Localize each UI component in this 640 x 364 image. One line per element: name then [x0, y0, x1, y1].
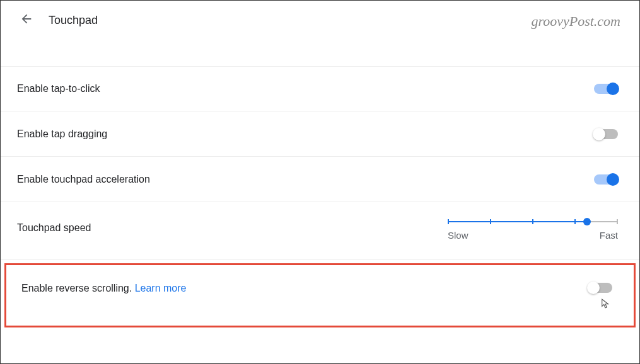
setting-tap-dragging: Enable tap dragging	[1, 111, 639, 157]
back-arrow-icon[interactable]	[20, 12, 49, 28]
setting-label: Enable tap dragging	[17, 128, 107, 140]
touchpad-speed-slider[interactable]: Slow Fast	[448, 215, 618, 241]
settings-list: Enable tap-to-click Enable tap dragging …	[1, 66, 639, 327]
page-title: Touchpad	[49, 14, 98, 27]
learn-more-link[interactable]: Learn more	[135, 283, 187, 293]
header: Touchpad groovyPost.com	[1, 1, 639, 35]
toggle-thumb-icon	[593, 128, 605, 140]
tap-to-click-toggle[interactable]	[594, 84, 618, 94]
slider-thumb-icon[interactable]	[583, 218, 591, 225]
slider-active-track	[448, 221, 587, 222]
slider-labels: Slow Fast	[448, 230, 618, 241]
touchpad-acceleration-toggle[interactable]	[594, 174, 618, 185]
setting-label: Enable touchpad acceleration	[17, 174, 150, 185]
setting-tap-to-click: Enable tap-to-click	[1, 66, 639, 111]
setting-label: Touchpad speed	[17, 222, 91, 234]
setting-reverse-scrolling-highlighted: Enable reverse scrolling. Learn more	[4, 263, 636, 327]
slider-slow-label: Slow	[448, 230, 468, 241]
toggle-thumb-icon	[587, 282, 600, 294]
slider-fast-label: Fast	[600, 230, 618, 241]
watermark: groovyPost.com	[531, 13, 620, 30]
setting-touchpad-acceleration: Enable touchpad acceleration	[1, 157, 639, 202]
toggle-thumb-icon	[607, 82, 619, 95]
setting-label: Enable tap-to-click	[17, 83, 100, 94]
toggle-thumb-icon	[607, 173, 619, 186]
setting-label: Enable reverse scrolling. Learn more	[21, 283, 186, 294]
reverse-scrolling-text: Enable reverse scrolling.	[21, 283, 135, 293]
setting-touchpad-speed: Touchpad speed Slow Fast	[1, 202, 639, 260]
tap-dragging-toggle[interactable]	[594, 129, 618, 139]
cursor-icon	[600, 298, 611, 309]
reverse-scrolling-toggle[interactable]	[588, 283, 612, 293]
